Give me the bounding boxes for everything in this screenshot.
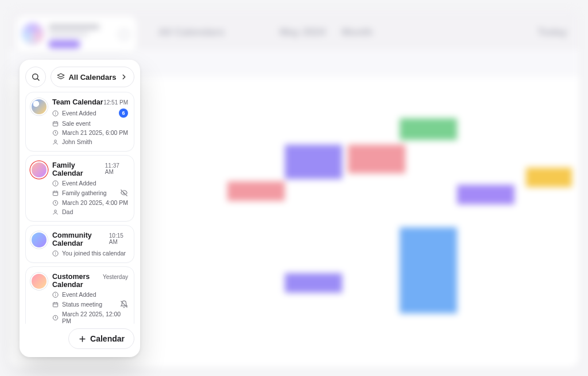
card-when: March 20 2025, 4:00 PM xyxy=(62,199,128,206)
svg-rect-15 xyxy=(53,191,57,195)
calendars-activity-panel: All Calendars Team Calendar 12:51 PM Eve… xyxy=(20,60,140,357)
card-title: Team Calendar xyxy=(52,98,103,106)
info-icon xyxy=(52,180,59,187)
svg-line-1 xyxy=(37,79,39,80)
layers-icon xyxy=(57,73,65,81)
calendar-icon xyxy=(52,121,59,127)
svg-point-20 xyxy=(55,210,57,212)
activity-card[interactable]: Family Calendar 11:37 AM Event Added Fam… xyxy=(25,155,134,222)
card-status: You joined this calendar xyxy=(62,250,126,257)
svg-point-26 xyxy=(55,293,56,294)
profile-card xyxy=(16,16,137,53)
activity-card[interactable]: Customers Calendar Yesterday Event Added… xyxy=(25,266,134,324)
card-title: Family Calendar xyxy=(52,161,105,177)
info-icon xyxy=(52,250,59,257)
info-icon xyxy=(52,292,59,298)
calendar-filter-chip[interactable]: All Calendars xyxy=(51,67,134,87)
bg-view: Month xyxy=(342,26,373,38)
add-calendar-button[interactable]: Calendar xyxy=(68,328,134,349)
card-event: Family gathering xyxy=(62,189,107,196)
card-event: Status meeting xyxy=(62,301,102,308)
info-icon xyxy=(52,110,59,117)
person-icon xyxy=(52,139,59,145)
card-time: 10:15 AM xyxy=(109,232,128,245)
card-status: Event Added xyxy=(62,291,96,298)
avatar xyxy=(30,273,48,290)
chevron-right-icon xyxy=(120,73,128,81)
search-button[interactable] xyxy=(25,67,46,87)
card-title: Customers Calendar xyxy=(52,273,103,289)
svg-point-11 xyxy=(55,139,57,142)
card-when: March 21 2025, 6:00 PM xyxy=(62,129,128,136)
activity-card[interactable]: Team Calendar 12:51 PM Event Added 6 Sal… xyxy=(25,92,134,152)
avatar xyxy=(30,98,48,115)
search-icon xyxy=(31,72,40,82)
calendar-filter-label: All Calendars xyxy=(68,73,116,82)
unread-badge: 6 xyxy=(119,108,128,118)
card-status: Event Added xyxy=(62,180,96,187)
card-when: March 22 2025, 12:00 PM xyxy=(62,311,128,324)
activity-card[interactable]: Community Calendar 10:15 AM You joined t… xyxy=(25,225,134,263)
clock-icon xyxy=(52,200,59,206)
svg-rect-27 xyxy=(53,303,57,307)
card-title: Community Calendar xyxy=(52,231,109,247)
card-who: John Smith xyxy=(62,138,92,145)
svg-rect-6 xyxy=(53,122,57,126)
hidden-icon xyxy=(120,189,128,197)
bg-month: May 2024 xyxy=(280,26,326,38)
clock-icon xyxy=(52,130,59,136)
avatar xyxy=(30,161,48,179)
calendar-icon xyxy=(52,190,59,196)
person-icon xyxy=(52,209,59,215)
background-toolbar: All Calendars May 2024 Month Today xyxy=(158,21,567,44)
clock-icon xyxy=(52,315,59,321)
activity-list: Team Calendar 12:51 PM Event Added 6 Sal… xyxy=(25,92,134,324)
card-who: Dad xyxy=(62,208,73,215)
card-status: Event Added xyxy=(62,110,96,117)
card-time: 11:37 AM xyxy=(105,162,128,175)
card-time: Yesterday xyxy=(103,274,128,280)
svg-point-23 xyxy=(55,252,56,253)
plus-icon xyxy=(78,335,87,343)
svg-point-5 xyxy=(55,112,56,113)
card-event: Sale event xyxy=(62,120,91,127)
panel-footer: Calendar xyxy=(25,324,134,349)
svg-point-14 xyxy=(55,182,56,183)
card-time: 12:51 PM xyxy=(103,99,128,106)
bg-today: Today xyxy=(537,26,567,38)
bg-filter-label: All Calendars xyxy=(158,26,225,38)
panel-header: All Calendars xyxy=(25,67,134,87)
bell-off-icon xyxy=(120,300,128,308)
add-calendar-label: Calendar xyxy=(90,334,125,343)
calendar-icon xyxy=(52,301,59,308)
avatar xyxy=(30,231,48,249)
svg-marker-2 xyxy=(58,73,65,77)
